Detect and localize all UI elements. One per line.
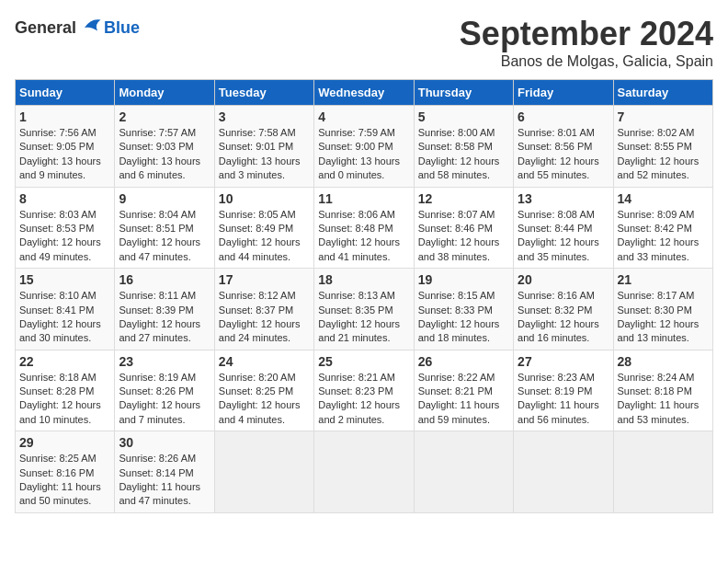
day-info: Sunrise: 8:01 AMSunset: 8:56 PMDaylight:… xyxy=(518,126,609,183)
day-number: 4 xyxy=(318,109,409,124)
table-row: 3 Sunrise: 7:58 AMSunset: 9:01 PMDayligh… xyxy=(214,106,313,188)
table-row: 29 Sunrise: 8:25 AMSunset: 8:16 PMDaylig… xyxy=(16,431,115,513)
day-number: 6 xyxy=(518,109,609,124)
day-info: Sunrise: 8:04 AMSunset: 8:51 PMDaylight:… xyxy=(119,208,210,265)
table-row: 8 Sunrise: 8:03 AMSunset: 8:53 PMDayligh… xyxy=(16,187,115,269)
day-number: 22 xyxy=(19,354,110,369)
table-row: 25 Sunrise: 8:21 AMSunset: 8:23 PMDaylig… xyxy=(314,350,414,431)
day-info: Sunrise: 7:59 AMSunset: 9:00 PMDaylight:… xyxy=(318,126,409,183)
table-row: 10 Sunrise: 8:05 AMSunset: 8:49 PMDaylig… xyxy=(214,187,313,269)
table-row: 18 Sunrise: 8:13 AMSunset: 8:35 PMDaylig… xyxy=(314,269,414,350)
day-number: 13 xyxy=(518,191,609,206)
header-saturday: Saturday xyxy=(613,80,712,106)
table-row: 30 Sunrise: 8:26 AMSunset: 8:14 PMDaylig… xyxy=(115,431,214,513)
calendar-week-row: 15 Sunrise: 8:10 AMSunset: 8:41 PMDaylig… xyxy=(16,269,713,350)
day-number: 26 xyxy=(418,354,509,369)
page-header: General Blue September 2024 Banos de Mol… xyxy=(15,15,713,70)
day-number: 10 xyxy=(219,191,310,206)
calendar-week-row: 29 Sunrise: 8:25 AMSunset: 8:16 PMDaylig… xyxy=(16,431,713,513)
table-row: 16 Sunrise: 8:11 AMSunset: 8:39 PMDaylig… xyxy=(115,269,214,350)
table-row: 21 Sunrise: 8:17 AMSunset: 8:30 PMDaylig… xyxy=(613,269,712,350)
day-info: Sunrise: 8:16 AMSunset: 8:32 PMDaylight:… xyxy=(518,289,609,346)
day-info: Sunrise: 8:05 AMSunset: 8:49 PMDaylight:… xyxy=(219,208,310,265)
logo-blue-text: Blue xyxy=(104,18,140,38)
table-row xyxy=(414,431,513,513)
logo-bird-icon xyxy=(78,15,104,40)
table-row: 4 Sunrise: 7:59 AMSunset: 9:00 PMDayligh… xyxy=(314,106,414,188)
table-row: 12 Sunrise: 8:07 AMSunset: 8:46 PMDaylig… xyxy=(414,187,513,269)
table-row: 20 Sunrise: 8:16 AMSunset: 8:32 PMDaylig… xyxy=(514,269,613,350)
day-number: 20 xyxy=(518,272,609,287)
day-info: Sunrise: 8:07 AMSunset: 8:46 PMDaylight:… xyxy=(418,208,509,265)
table-row: 7 Sunrise: 8:02 AMSunset: 8:55 PMDayligh… xyxy=(613,106,712,188)
calendar-week-row: 8 Sunrise: 8:03 AMSunset: 8:53 PMDayligh… xyxy=(16,187,713,269)
day-number: 30 xyxy=(119,435,210,450)
day-info: Sunrise: 8:13 AMSunset: 8:35 PMDaylight:… xyxy=(318,289,409,346)
day-number: 21 xyxy=(618,272,709,287)
day-info: Sunrise: 8:18 AMSunset: 8:28 PMDaylight:… xyxy=(19,371,110,428)
table-row: 15 Sunrise: 8:10 AMSunset: 8:41 PMDaylig… xyxy=(16,269,115,350)
day-info: Sunrise: 8:20 AMSunset: 8:25 PMDaylight:… xyxy=(219,371,310,428)
day-info: Sunrise: 8:00 AMSunset: 8:58 PMDaylight:… xyxy=(418,126,509,183)
month-title: September 2024 xyxy=(460,15,713,53)
header-wednesday: Wednesday xyxy=(314,80,414,106)
day-info: Sunrise: 8:26 AMSunset: 8:14 PMDaylight:… xyxy=(119,452,210,509)
day-info: Sunrise: 8:02 AMSunset: 8:55 PMDaylight:… xyxy=(618,126,709,183)
day-info: Sunrise: 8:09 AMSunset: 8:42 PMDaylight:… xyxy=(618,208,709,265)
table-row: 1 Sunrise: 7:56 AMSunset: 9:05 PMDayligh… xyxy=(16,106,115,188)
table-row xyxy=(613,431,712,513)
table-row: 5 Sunrise: 8:00 AMSunset: 8:58 PMDayligh… xyxy=(414,106,513,188)
day-number: 16 xyxy=(119,272,210,287)
day-number: 2 xyxy=(119,109,210,124)
day-number: 5 xyxy=(418,109,509,124)
day-info: Sunrise: 8:25 AMSunset: 8:16 PMDaylight:… xyxy=(19,452,110,509)
day-number: 19 xyxy=(418,272,509,287)
day-number: 24 xyxy=(219,354,310,369)
table-row: 13 Sunrise: 8:08 AMSunset: 8:44 PMDaylig… xyxy=(514,187,613,269)
day-info: Sunrise: 8:12 AMSunset: 8:37 PMDaylight:… xyxy=(219,289,310,346)
day-number: 9 xyxy=(119,191,210,206)
table-row xyxy=(214,431,313,513)
day-number: 8 xyxy=(19,191,110,206)
table-row: 19 Sunrise: 8:15 AMSunset: 8:33 PMDaylig… xyxy=(414,269,513,350)
table-row: 9 Sunrise: 8:04 AMSunset: 8:51 PMDayligh… xyxy=(115,187,214,269)
day-number: 29 xyxy=(19,435,110,450)
day-info: Sunrise: 8:23 AMSunset: 8:19 PMDaylight:… xyxy=(518,371,609,428)
day-info: Sunrise: 8:10 AMSunset: 8:41 PMDaylight:… xyxy=(19,289,110,346)
day-info: Sunrise: 7:57 AMSunset: 9:03 PMDaylight:… xyxy=(119,126,210,183)
day-info: Sunrise: 8:21 AMSunset: 8:23 PMDaylight:… xyxy=(318,371,409,428)
calendar-week-row: 22 Sunrise: 8:18 AMSunset: 8:28 PMDaylig… xyxy=(16,350,713,431)
header-tuesday: Tuesday xyxy=(214,80,313,106)
day-number: 1 xyxy=(19,109,110,124)
logo: General Blue xyxy=(15,15,140,40)
table-row: 17 Sunrise: 8:12 AMSunset: 8:37 PMDaylig… xyxy=(214,269,313,350)
day-number: 27 xyxy=(518,354,609,369)
table-row: 26 Sunrise: 8:22 AMSunset: 8:21 PMDaylig… xyxy=(414,350,513,431)
day-number: 14 xyxy=(618,191,709,206)
table-row xyxy=(314,431,414,513)
day-number: 12 xyxy=(418,191,509,206)
table-row: 6 Sunrise: 8:01 AMSunset: 8:56 PMDayligh… xyxy=(514,106,613,188)
day-info: Sunrise: 8:08 AMSunset: 8:44 PMDaylight:… xyxy=(518,208,609,265)
day-number: 25 xyxy=(318,354,409,369)
day-info: Sunrise: 8:24 AMSunset: 8:18 PMDaylight:… xyxy=(618,371,709,428)
table-row: 2 Sunrise: 7:57 AMSunset: 9:03 PMDayligh… xyxy=(115,106,214,188)
day-number: 11 xyxy=(318,191,409,206)
day-info: Sunrise: 8:17 AMSunset: 8:30 PMDaylight:… xyxy=(618,289,709,346)
day-info: Sunrise: 8:22 AMSunset: 8:21 PMDaylight:… xyxy=(418,371,509,428)
table-row: 22 Sunrise: 8:18 AMSunset: 8:28 PMDaylig… xyxy=(16,350,115,431)
days-header-row: Sunday Monday Tuesday Wednesday Thursday… xyxy=(16,80,713,106)
table-row: 28 Sunrise: 8:24 AMSunset: 8:18 PMDaylig… xyxy=(613,350,712,431)
title-block: September 2024 Banos de Molgas, Galicia,… xyxy=(460,15,713,70)
day-info: Sunrise: 8:19 AMSunset: 8:26 PMDaylight:… xyxy=(119,371,210,428)
day-number: 23 xyxy=(119,354,210,369)
table-row xyxy=(514,431,613,513)
day-info: Sunrise: 8:06 AMSunset: 8:48 PMDaylight:… xyxy=(318,208,409,265)
day-number: 15 xyxy=(19,272,110,287)
day-info: Sunrise: 8:15 AMSunset: 8:33 PMDaylight:… xyxy=(418,289,509,346)
calendar-week-row: 1 Sunrise: 7:56 AMSunset: 9:05 PMDayligh… xyxy=(16,106,713,188)
header-thursday: Thursday xyxy=(414,80,513,106)
day-number: 17 xyxy=(219,272,310,287)
table-row: 14 Sunrise: 8:09 AMSunset: 8:42 PMDaylig… xyxy=(613,187,712,269)
table-row: 11 Sunrise: 8:06 AMSunset: 8:48 PMDaylig… xyxy=(314,187,414,269)
